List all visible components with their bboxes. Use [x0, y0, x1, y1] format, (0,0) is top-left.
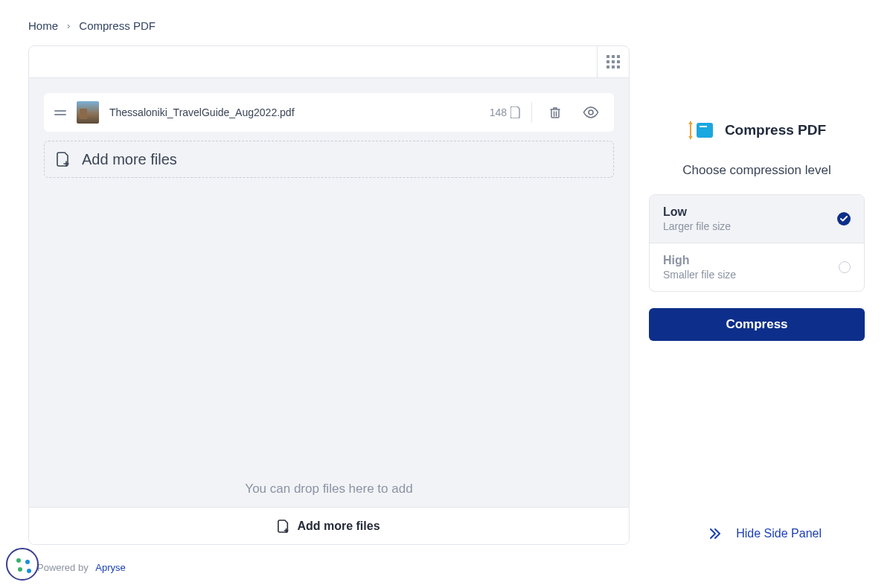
- grid-icon: [606, 55, 620, 68]
- svg-rect-1: [697, 123, 713, 138]
- side-subtitle: Choose compression level: [649, 163, 865, 178]
- compression-option-high[interactable]: High Smaller file size: [650, 243, 864, 291]
- grid-view-toggle[interactable]: [597, 46, 629, 78]
- hide-panel-label: Hide Side Panel: [736, 527, 822, 540]
- radio-selected-icon: [837, 212, 851, 226]
- side-title: Compress PDF: [725, 122, 826, 138]
- breadcrumb-home[interactable]: Home: [28, 19, 58, 32]
- compression-option-low[interactable]: Low Larger file size: [650, 195, 864, 243]
- trash-icon: [548, 106, 562, 119]
- add-more-files-row[interactable]: Add more files: [44, 141, 614, 178]
- add-file-icon: [278, 520, 289, 533]
- page-icon: [510, 106, 521, 118]
- file-thumbnail: [77, 101, 99, 124]
- radio-unselected-icon: [839, 261, 851, 273]
- powered-prefix: Powered by: [37, 562, 89, 573]
- chevron-double-right-icon: [709, 528, 721, 539]
- add-file-icon: [57, 152, 70, 167]
- file-drop-area[interactable]: Thessaloniki_TravelGuide_Aug2022.pdf 148…: [29, 78, 629, 507]
- drag-handle-icon[interactable]: [54, 110, 66, 115]
- svg-rect-2: [700, 126, 707, 127]
- footer-add-label: Add more files: [297, 520, 380, 533]
- hide-side-panel-button[interactable]: Hide Side Panel: [709, 527, 822, 540]
- preview-file-button[interactable]: [578, 106, 604, 118]
- cookie-settings-button[interactable]: [6, 548, 39, 581]
- breadcrumb: Home › Compress PDF: [0, 0, 893, 45]
- option-subtitle: Larger file size: [663, 220, 731, 232]
- chevron-right-icon: ›: [67, 20, 70, 31]
- file-row: Thessaloniki_TravelGuide_Aug2022.pdf 148: [44, 93, 614, 132]
- add-more-files-footer[interactable]: Add more files: [29, 507, 629, 544]
- compress-icon: [688, 120, 714, 141]
- powered-by: Powered by Apryse: [37, 562, 126, 573]
- compression-options: Low Larger file size High Smaller file s…: [649, 194, 865, 292]
- option-subtitle: Smaller file size: [663, 269, 736, 281]
- eye-icon: [583, 106, 599, 118]
- add-more-files-label: Add more files: [82, 151, 177, 168]
- breadcrumb-current: Compress PDF: [79, 19, 156, 32]
- option-title: High: [663, 254, 736, 267]
- delete-file-button[interactable]: [542, 106, 568, 119]
- compress-button[interactable]: Compress: [649, 308, 865, 341]
- main-toolbar: [29, 46, 629, 78]
- main-panel: Thessaloniki_TravelGuide_Aug2022.pdf 148…: [28, 45, 630, 545]
- drop-hint: You can drop files here to add: [29, 482, 629, 496]
- powered-brand-link[interactable]: Apryse: [95, 562, 125, 573]
- side-header: Compress PDF: [649, 120, 865, 141]
- page-count: 148: [490, 102, 532, 123]
- side-panel: Compress PDF Choose compression level Lo…: [649, 45, 865, 545]
- option-title: Low: [663, 205, 731, 219]
- page-count-value: 148: [490, 106, 507, 118]
- file-name: Thessaloniki_TravelGuide_Aug2022.pdf: [109, 106, 479, 118]
- svg-point-0: [589, 110, 593, 115]
